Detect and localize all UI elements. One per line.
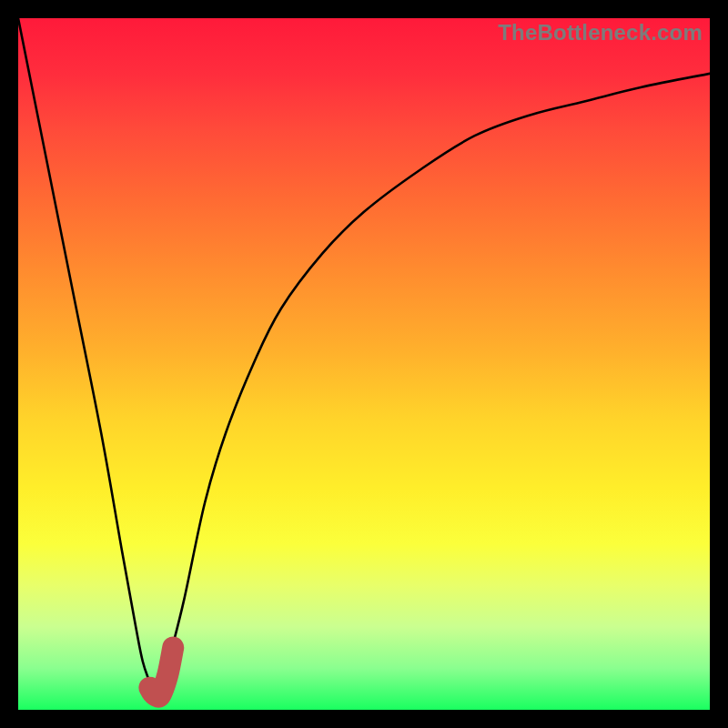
watermark-text: TheBottleneck.com [498,20,703,46]
highlight-j-stroke [149,648,173,697]
chart-frame: TheBottleneck.com [18,18,710,710]
bottleneck-curve-line [18,18,710,696]
chart-svg [18,18,710,710]
